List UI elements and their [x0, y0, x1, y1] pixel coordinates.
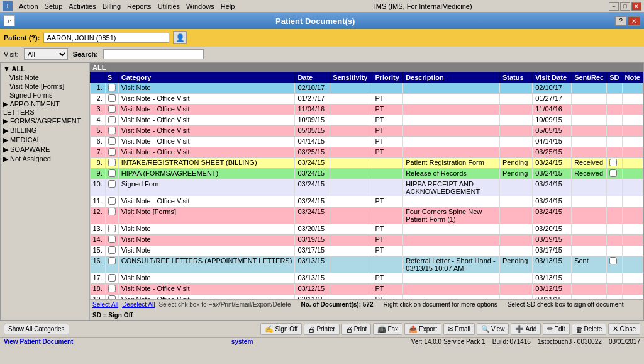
- row-sd[interactable]: [607, 207, 622, 224]
- row-sd[interactable]: [607, 105, 622, 115]
- sidebar-item-visit-note[interactable]: Visit Note: [8, 73, 88, 82]
- show-all-categories-btn[interactable]: Show All Categories: [4, 324, 69, 334]
- row-checkbox[interactable]: [105, 224, 118, 235]
- table-row[interactable]: 10.Signed Form03/24/15HIPPA RECEIPT AND …: [91, 179, 643, 196]
- table-row[interactable]: 11.Visit Note - Office Visit03/24/15PT03…: [91, 196, 643, 207]
- menu-action[interactable]: Action: [16, 2, 41, 11]
- menu-activities[interactable]: Activities: [66, 2, 98, 11]
- col-visit-date[interactable]: Visit Date: [533, 72, 572, 83]
- close-btn[interactable]: ✕: [631, 2, 641, 11]
- row-checkbox[interactable]: [105, 105, 118, 115]
- sidebar-item-visit-note-forms[interactable]: Visit Note [Forms]: [8, 82, 88, 91]
- print-btn[interactable]: 🖨 Print: [341, 324, 372, 335]
- dialog-help-btn[interactable]: ?: [615, 16, 626, 26]
- row-checkbox[interactable]: [105, 235, 118, 246]
- fax-btn[interactable]: 📠 Fax: [373, 323, 402, 335]
- minimize-btn[interactable]: −: [609, 2, 619, 11]
- row-checkbox[interactable]: [105, 273, 118, 284]
- row-checkbox[interactable]: [105, 115, 118, 126]
- table-row[interactable]: 13.Visit Note03/20/15PT03/20/15: [91, 224, 643, 235]
- view-btn[interactable]: 🔍 View: [477, 323, 509, 335]
- sidebar-item-all[interactable]: ▼ ALL: [2, 64, 88, 73]
- row-sd[interactable]: [607, 235, 622, 246]
- printer-btn[interactable]: 🖨 Printer: [304, 324, 339, 335]
- col-sent-rec[interactable]: Sent/Rec: [572, 72, 607, 83]
- sidebar-item-appt-letters[interactable]: ▶ APPOINTMENT LETTERS: [2, 100, 88, 117]
- row-checkbox[interactable]: [105, 179, 118, 196]
- row-sd[interactable]: [607, 94, 622, 105]
- row-checkbox[interactable]: [105, 284, 118, 295]
- email-btn[interactable]: ✉ Email: [443, 323, 475, 335]
- edit-btn[interactable]: ✏ Edit: [543, 323, 569, 335]
- patient-icon[interactable]: 👤: [173, 31, 187, 44]
- delete-btn[interactable]: 🗑 Delete: [572, 324, 607, 335]
- col-note[interactable]: Note: [622, 72, 643, 83]
- row-checkbox[interactable]: [105, 137, 118, 147]
- maximize-btn[interactable]: □: [620, 2, 630, 11]
- visit-select[interactable]: All Office Visit Hospital Other: [24, 48, 68, 60]
- table-row[interactable]: 15.Visit Note03/17/15PT03/17/15: [91, 246, 643, 256]
- dialog-close-btn[interactable]: ✕: [628, 16, 640, 26]
- menu-utilities[interactable]: Utilities: [155, 2, 182, 11]
- sidebar-item-forms-agreement[interactable]: ▶ FORMS/AGREEMENT: [2, 117, 88, 126]
- row-sd[interactable]: [607, 284, 622, 295]
- close-dialog-btn[interactable]: ✕ Close: [608, 323, 640, 335]
- patient-field[interactable]: [43, 33, 169, 43]
- table-row[interactable]: 17.Visit Note03/13/15PT03/13/15: [91, 273, 643, 284]
- menu-reports[interactable]: Reports: [125, 2, 154, 11]
- row-checkbox[interactable]: [105, 83, 118, 94]
- row-checkbox[interactable]: [105, 256, 118, 273]
- search-input[interactable]: [103, 49, 204, 59]
- row-sd[interactable]: [607, 246, 622, 256]
- col-date[interactable]: Date: [295, 72, 330, 83]
- table-row[interactable]: 7.Visit Note - Office Visit03/25/15PT03/…: [91, 147, 643, 158]
- row-sd[interactable]: [607, 273, 622, 284]
- table-row[interactable]: 8.INTAKE/REGISTRATION SHEET (BILLING)03/…: [91, 158, 643, 169]
- sidebar-item-soapware[interactable]: ▶ SOAPWARE: [2, 145, 88, 154]
- row-checkbox[interactable]: [105, 126, 118, 137]
- col-status[interactable]: Status: [499, 72, 532, 83]
- row-sd[interactable]: [607, 147, 622, 158]
- col-description[interactable]: Description: [403, 72, 500, 83]
- sidebar-item-not-assigned[interactable]: ▶ Not Assigned: [2, 154, 88, 164]
- col-sd[interactable]: SD: [607, 72, 622, 83]
- table-row[interactable]: 6.Visit Note - Office Visit04/14/15PT04/…: [91, 137, 643, 147]
- row-sd[interactable]: [607, 158, 622, 169]
- row-sd[interactable]: [607, 256, 622, 273]
- select-all-link[interactable]: Select All: [92, 301, 118, 308]
- sidebar-item-signed-forms[interactable]: Signed Forms: [8, 91, 88, 100]
- row-sd[interactable]: [607, 169, 622, 179]
- row-sd[interactable]: [607, 196, 622, 207]
- table-row[interactable]: 3.Visit Note - Office Visit11/04/16PT11/…: [91, 105, 643, 115]
- row-checkbox[interactable]: [105, 196, 118, 207]
- table-row[interactable]: 9.HIPAA (FORMS/AGREEMENT)03/24/15Release…: [91, 169, 643, 179]
- row-checkbox[interactable]: [105, 158, 118, 169]
- table-row[interactable]: 14.Visit Note03/19/15PT03/19/15: [91, 235, 643, 246]
- row-checkbox[interactable]: [105, 169, 118, 179]
- table-container[interactable]: S Category Date Sensitivity Priority Des…: [90, 72, 643, 299]
- table-row[interactable]: 16.CONSULT/REF LETTERS (APPOINTMENT LETT…: [91, 256, 643, 273]
- add-btn[interactable]: ➕ Add: [511, 323, 541, 335]
- menu-setup[interactable]: Setup: [42, 2, 65, 11]
- menu-windows[interactable]: Windows: [184, 2, 217, 11]
- deselect-all-link[interactable]: Deselect All: [122, 301, 155, 308]
- row-sd[interactable]: [607, 179, 622, 196]
- row-sd[interactable]: [607, 126, 622, 137]
- table-row[interactable]: 4.Visit Note - Office Visit10/09/15PT10/…: [91, 115, 643, 126]
- row-checkbox[interactable]: [105, 94, 118, 105]
- row-checkbox[interactable]: [105, 207, 118, 224]
- sign-off-btn[interactable]: ✍ Sign Off: [260, 323, 302, 335]
- col-sensitivity[interactable]: Sensitivity: [330, 72, 372, 83]
- sidebar-item-billing[interactable]: ▶ BILLING: [2, 126, 88, 135]
- row-checkbox[interactable]: [105, 147, 118, 158]
- row-sd[interactable]: [607, 115, 622, 126]
- export-btn[interactable]: 📤 Export: [404, 323, 441, 335]
- table-row[interactable]: 1.Visit Note02/10/1702/10/17: [91, 83, 643, 94]
- table-row[interactable]: 2.Visit Note - Office Visit01/27/17PT01/…: [91, 94, 643, 105]
- row-sd[interactable]: [607, 137, 622, 147]
- table-row[interactable]: 5.Visit Note - Office Visit05/05/15PT05/…: [91, 126, 643, 137]
- sidebar-item-medical[interactable]: ▶ MEDICAL: [2, 135, 88, 145]
- row-checkbox[interactable]: [105, 246, 118, 256]
- table-row[interactable]: 12.Visit Note [Forms]03/24/15Four Corner…: [91, 207, 643, 224]
- menu-help[interactable]: Help: [218, 2, 238, 11]
